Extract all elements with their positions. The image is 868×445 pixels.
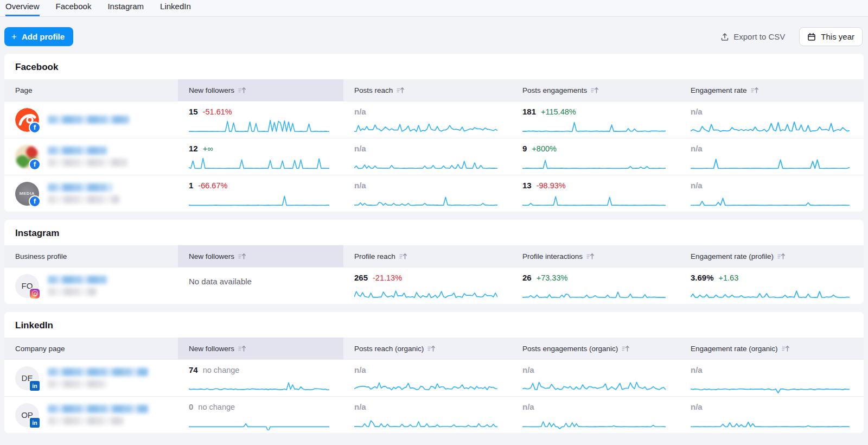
profile-avatar: f [15, 108, 39, 132]
sparkline [691, 284, 850, 301]
metric-value: 9 [522, 144, 527, 153]
metric-value: n/a [354, 144, 366, 153]
column-header-business-profile[interactable]: Business profile [4, 245, 178, 267]
column-header-new-followers[interactable]: New followers [178, 338, 343, 359]
column-header-label: Posts engagements (organic) [522, 345, 618, 353]
column-header-engagement-rate-profile[interactable]: Engagement rate (profile) [680, 245, 864, 267]
blurred-name-line [48, 116, 129, 124]
column-header-profile-interactions[interactable]: Profile interactions [512, 245, 680, 267]
metric-cell-posts-reach: n/a [343, 101, 512, 138]
column-header-new-followers[interactable]: New followers [178, 245, 343, 267]
sparkline [522, 284, 666, 301]
column-header-posts-reach[interactable]: Posts reach [343, 79, 512, 101]
profile-link[interactable]: OPin [4, 397, 178, 433]
table-header: Business profileNew followersProfile rea… [4, 245, 864, 267]
section-title-linkedin: LinkedIn [4, 312, 864, 338]
column-header-label: Business profile [15, 252, 67, 260]
linkedin-badge-icon: in [29, 417, 41, 429]
column-header-label: New followers [189, 86, 234, 94]
metric-cell-posts-reach-organic: n/a [343, 397, 512, 433]
column-header-label: New followers [189, 252, 234, 260]
profile-avatar: MEDIAf [15, 182, 39, 206]
metric-value: n/a [354, 402, 366, 411]
tab-facebook[interactable]: Facebook [56, 0, 92, 16]
metric-cell-new-followers: No data available [178, 268, 343, 304]
metric-value: n/a [691, 144, 703, 153]
instagram-badge-icon [29, 288, 41, 300]
no-data-label: No data available [189, 273, 329, 286]
section-title-facebook: Facebook [4, 54, 864, 79]
column-header-new-followers[interactable]: New followers [178, 79, 343, 101]
metric-value: n/a [522, 402, 534, 411]
column-header-posts-engagements[interactable]: Posts engagements [512, 79, 680, 101]
metric-cell-new-followers: 1-66.67% [178, 175, 343, 212]
metric-value: n/a [691, 402, 703, 411]
profile-link[interactable]: FO [4, 268, 178, 304]
metric-cell-engagement-rate-profile: 3.69%+1.63 [680, 268, 864, 304]
metric-line: n/a [354, 365, 497, 374]
sparkline [189, 155, 329, 172]
column-header-label: Engagement rate (profile) [691, 252, 774, 260]
profile-link[interactable]: MEDIAf [4, 175, 178, 212]
metric-cell-posts-reach-organic: n/a [343, 360, 512, 396]
tab-linkedin[interactable]: LinkedIn [160, 0, 191, 16]
sparkline [354, 192, 497, 209]
tab-instagram[interactable]: Instagram [107, 0, 144, 16]
sort-icon [751, 87, 759, 94]
sparkline [522, 118, 666, 135]
export-csv-button[interactable]: Export to CSV [720, 32, 785, 41]
sparkline [354, 284, 497, 301]
metric-line: 0no change [189, 402, 329, 411]
tab-overview[interactable]: Overview [5, 0, 40, 16]
metric-value: n/a [354, 181, 366, 190]
sort-icon [427, 345, 436, 352]
metric-value: n/a [691, 365, 703, 374]
table-row: OPin0no changen/an/an/a [4, 396, 864, 433]
profile-avatar: OPin [15, 403, 39, 427]
column-header-engagement-rate-organic[interactable]: Engagement rate (organic) [680, 338, 864, 359]
export-csv-label: Export to CSV [733, 32, 785, 41]
sort-icon [586, 253, 595, 260]
metric-line: 9+800% [522, 144, 666, 153]
profile-link[interactable]: f [4, 138, 178, 175]
tab-bar: Overview Facebook Instagram LinkedIn [0, 0, 868, 17]
profile-link[interactable]: f [4, 101, 178, 138]
sort-icon [397, 87, 405, 94]
metric-value: 74 [189, 365, 198, 374]
metric-line: n/a [354, 144, 497, 153]
column-header-company-page[interactable]: Company page [4, 338, 178, 359]
table-row: f12+∞n/a9+800%n/a [4, 138, 864, 175]
sparkline [691, 192, 850, 209]
metric-line: n/a [691, 402, 850, 411]
metric-cell-engagement-rate-organic: n/a [680, 360, 864, 396]
add-profile-button[interactable]: + Add profile [4, 27, 73, 46]
blurred-name-line [48, 405, 148, 413]
column-header-engagement-rate[interactable]: Engagement rate [680, 79, 864, 101]
metric-change: +800% [532, 144, 557, 153]
metric-line: 12+∞ [189, 144, 329, 153]
metric-value: 265 [354, 273, 368, 282]
plus-icon: + [11, 32, 17, 41]
blurred-name [48, 276, 107, 296]
column-header-label: Profile interactions [522, 252, 583, 260]
sort-icon [238, 253, 246, 260]
metric-line: 15-51.61% [189, 107, 329, 116]
date-range-button[interactable]: This year [799, 27, 863, 46]
column-header-label: Posts engagements [522, 86, 587, 94]
linkedin-badge-icon: in [29, 380, 41, 392]
metric-line: 1-66.67% [189, 181, 329, 190]
sparkline [522, 413, 666, 430]
column-header-profile-reach[interactable]: Profile reach [343, 245, 512, 267]
section-title-instagram: Instagram [4, 220, 864, 245]
metric-cell-engagement-rate-organic: n/a [680, 397, 864, 433]
metric-change: no change [198, 403, 235, 411]
metric-cell-posts-engagements: 13-98.93% [512, 175, 680, 212]
profile-link[interactable]: DEin [4, 360, 178, 396]
blurred-name-line [48, 417, 124, 425]
column-header-posts-reach-organic[interactable]: Posts reach (organic) [343, 338, 512, 359]
blurred-name-line [48, 183, 113, 192]
sparkline [354, 155, 497, 172]
column-header-page[interactable]: Page [4, 79, 178, 101]
metric-value: 15 [189, 107, 198, 116]
column-header-posts-engagements-organic[interactable]: Posts engagements (organic) [512, 338, 680, 359]
